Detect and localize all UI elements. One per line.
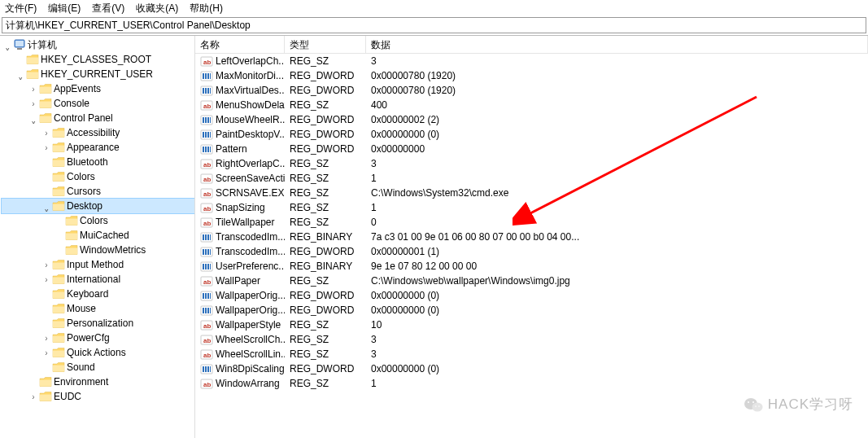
folder-icon (39, 376, 52, 388)
tree-item-windowmetrics[interactable]: WindowMetrics (2, 243, 194, 257)
svg-rect-10 (210, 73, 211, 79)
value-row[interactable]: UserPreferenc...REG_BINARY9e 1e 07 80 12… (195, 259, 868, 274)
value-row[interactable]: abWheelScrollCh...REG_SZ3 (195, 332, 868, 347)
value-row[interactable]: abLeftOverlapCh...REG_SZ3 (195, 54, 868, 68)
value-type: REG_SZ (285, 158, 366, 169)
value-row[interactable]: abTileWallpaperREG_SZ0 (195, 215, 868, 230)
svg-rect-25 (205, 132, 207, 138)
folder-icon (52, 303, 65, 314)
value-row[interactable]: abScreenSaveActi...REG_SZ1 (195, 171, 868, 186)
value-name: MaxVirtualDes... (195, 85, 285, 96)
value-data: 7a c3 01 00 9e 01 06 00 80 07 00 00 b0 0… (366, 231, 868, 243)
column-header-data[interactable]: 数据 (366, 36, 868, 53)
value-row[interactable]: TranscodedIm...REG_BINARY7a c3 01 00 9e … (195, 230, 868, 244)
binary-icon (200, 246, 213, 257)
value-type: REG_DWORD (285, 85, 366, 96)
tree-item-input-method[interactable]: ›Input Method (2, 257, 194, 272)
value-row[interactable]: abSCRNSAVE.EXEREG_SZC:\Windows\System32\… (195, 186, 868, 200)
folder-icon (52, 186, 65, 197)
svg-rect-19 (203, 117, 204, 123)
tree-item-appearance[interactable]: ›Appearance (2, 140, 194, 155)
value-row[interactable]: abSnapSizingREG_SZ1 (195, 200, 868, 215)
menu-文件f[interactable]: 文件(F) (5, 2, 37, 15)
value-data: 0x00000780 (1920) (366, 70, 868, 81)
column-header-type[interactable]: 类型 (285, 36, 366, 53)
value-row[interactable]: PatternREG_DWORD0x00000000 (195, 142, 868, 156)
svg-rect-8 (205, 73, 207, 79)
folder-icon (52, 127, 65, 138)
value-name: abLeftOverlapCh... (195, 55, 285, 67)
string-icon: ab (200, 319, 213, 331)
svg-rect-7 (203, 73, 204, 79)
value-row[interactable]: abRightOverlapC...REG_SZ3 (195, 156, 868, 171)
value-type: REG_SZ (285, 202, 366, 213)
tree-item-quick-actions[interactable]: ›Quick Actions (2, 345, 194, 360)
value-name-text: RightOverlapC... (216, 158, 285, 169)
svg-rect-20 (205, 117, 207, 123)
tree-item-eudc[interactable]: ›EUDC (2, 389, 194, 404)
svg-rect-9 (207, 73, 209, 79)
value-row[interactable]: abMenuShowDelayREG_SZ400 (195, 98, 868, 112)
tree-item-environment[interactable]: Environment (2, 374, 194, 389)
tree-item-appevents[interactable]: ›AppEvents (2, 81, 194, 96)
value-row[interactable]: WallpaperOrig...REG_DWORD0x00000000 (0) (195, 288, 868, 303)
svg-rect-45 (205, 234, 207, 240)
folder-icon (52, 142, 65, 153)
value-row[interactable]: WallpaperOrig...REG_DWORD0x00000000 (0) (195, 303, 868, 318)
column-header-name[interactable]: 名称 (195, 36, 285, 53)
tree-item-international[interactable]: ›International (2, 272, 194, 287)
value-row[interactable]: MouseWheelR...REG_DWORD0x00000002 (2) (195, 112, 868, 127)
menu-编辑e[interactable]: 编辑(E) (48, 2, 81, 15)
value-row[interactable]: TranscodedIm...REG_DWORD0x00000001 (1) (195, 244, 868, 259)
value-row[interactable]: MaxVirtualDes...REG_DWORD0x00000780 (192… (195, 83, 868, 98)
tree-item-personalization[interactable]: Personalization (2, 316, 194, 331)
tree-item-mouse[interactable]: Mouse (2, 301, 194, 316)
tree-item-muicached[interactable]: MuiCached (2, 228, 194, 243)
value-row[interactable]: abWheelScrollLin...REG_SZ3 (195, 347, 868, 361)
value-name-text: SnapSizing (216, 202, 265, 213)
menu-帮助h[interactable]: 帮助(H) (190, 2, 223, 15)
binary-icon (200, 114, 213, 125)
value-name-text: WallpaperOrig... (216, 290, 285, 301)
tree-item-bluetooth[interactable]: Bluetooth (2, 155, 194, 169)
tree-label: AppEvents (54, 83, 101, 94)
tree-item-console[interactable]: ›Console (2, 96, 194, 111)
tree-item-计算机[interactable]: ˬ计算机 (2, 37, 194, 52)
value-row[interactable]: abWallPaperREG_SZC:\Windows\web\wallpape… (195, 274, 868, 288)
value-row[interactable]: PaintDesktopV...REG_DWORD0x00000000 (0) (195, 127, 868, 142)
tree-item-colors[interactable]: Colors (2, 169, 194, 184)
svg-rect-55 (205, 264, 207, 269)
tree-item-desktop[interactable]: ˬDesktop (2, 199, 194, 213)
tree-item-keyboard[interactable]: Keyboard (2, 287, 194, 301)
binary-icon (200, 290, 213, 301)
value-row[interactable]: Win8DpiScalingREG_DWORD0x00000000 (0) (195, 361, 868, 376)
svg-rect-26 (207, 132, 209, 138)
address-bar[interactable]: 计算机\HKEY_CURRENT_USER\Control Panel\Desk… (2, 17, 866, 33)
svg-rect-62 (205, 293, 207, 299)
tree-item-powercfg[interactable]: ›PowerCfg (2, 331, 194, 345)
value-data: 3 (366, 158, 868, 169)
folder-icon (39, 98, 52, 109)
tree-item-control-panel[interactable]: ˬControl Panel (2, 111, 194, 125)
tree-item-sound[interactable]: Sound (2, 360, 194, 374)
tree-label: Input Method (67, 259, 124, 270)
svg-rect-50 (205, 249, 207, 255)
tree-label: Desktop (67, 200, 103, 212)
value-row[interactable]: abWallpaperStyleREG_SZ10 (195, 318, 868, 332)
tree-item-cursors[interactable]: Cursors (2, 184, 194, 199)
tree-item-accessibility[interactable]: ›Accessibility (2, 125, 194, 140)
binary-icon (200, 261, 213, 272)
svg-text:ab: ab (203, 337, 211, 344)
values-panel[interactable]: 名称类型数据 abLeftOverlapCh...REG_SZ3MaxMonit… (195, 36, 868, 438)
value-data: 3 (366, 334, 868, 345)
tree-item-hkey_classes_root[interactable]: HKEY_CLASSES_ROOT (2, 52, 194, 67)
svg-text:ab: ab (203, 59, 211, 66)
tree-item-colors[interactable]: Colors (2, 213, 194, 228)
value-name-text: WheelScrollCh... (216, 334, 285, 345)
tree-panel[interactable]: ˬ计算机HKEY_CLASSES_ROOTˬHKEY_CURRENT_USER›… (0, 36, 195, 438)
tree-item-hkey_current_user[interactable]: ˬHKEY_CURRENT_USER (2, 67, 194, 81)
value-row[interactable]: abWindowArrangREG_SZ1 (195, 376, 868, 391)
value-row[interactable]: MaxMonitorDi...REG_DWORD0x00000780 (1920… (195, 68, 868, 83)
menu-收藏夹a[interactable]: 收藏夹(A) (136, 2, 178, 15)
menu-查看v[interactable]: 查看(V) (92, 2, 124, 15)
